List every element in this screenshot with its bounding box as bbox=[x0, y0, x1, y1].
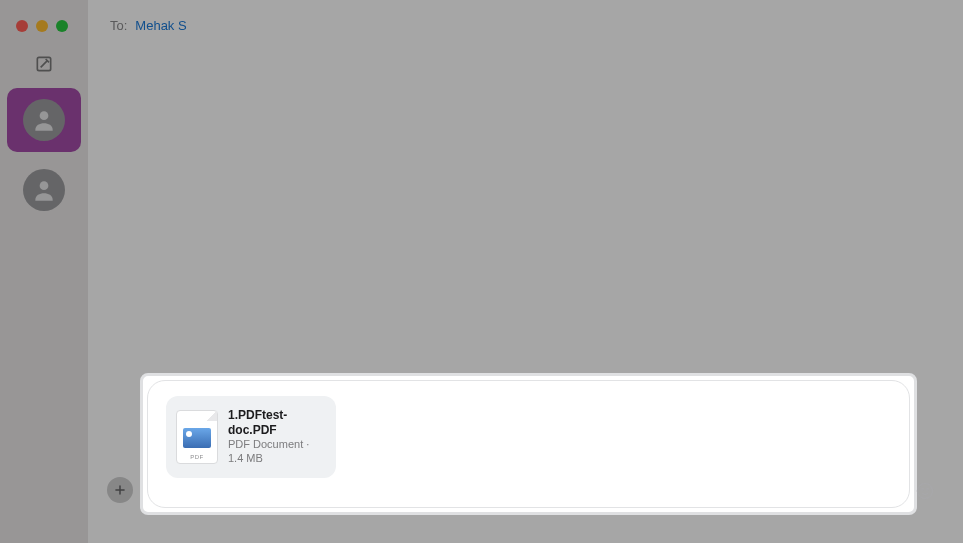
file-ext-label: PDF bbox=[190, 454, 204, 460]
recipient-name[interactable]: Mehak S bbox=[135, 18, 186, 33]
attachment-chip[interactable]: PDF 1.PDFtest-doc.PDF PDF Document · 1.4… bbox=[166, 396, 336, 478]
svg-point-5 bbox=[927, 489, 928, 490]
add-attachment-button[interactable] bbox=[107, 477, 133, 503]
attachment-filename: 1.PDFtest-doc.PDF bbox=[228, 408, 324, 438]
svg-point-1 bbox=[40, 111, 49, 120]
window-controls bbox=[16, 0, 68, 46]
svg-point-3 bbox=[918, 484, 933, 499]
compose-area[interactable]: PDF 1.PDFtest-doc.PDF PDF Document · 1.4… bbox=[140, 373, 917, 515]
close-window-button[interactable] bbox=[16, 20, 28, 32]
attachment-meta: 1.PDFtest-doc.PDF PDF Document · 1.4 MB bbox=[228, 408, 324, 466]
conversation-selected[interactable] bbox=[7, 88, 81, 152]
avatar bbox=[23, 169, 65, 211]
to-label: To: bbox=[110, 18, 127, 33]
svg-point-4 bbox=[922, 489, 923, 490]
zoom-window-button[interactable] bbox=[56, 20, 68, 32]
message-input[interactable]: PDF 1.PDFtest-doc.PDF PDF Document · 1.4… bbox=[147, 380, 910, 508]
emoji-picker-button[interactable] bbox=[913, 479, 937, 503]
to-field[interactable]: To: Mehak S bbox=[88, 0, 963, 33]
messages-window: To: Mehak S PDF 1.PDFtest-doc.PDF PDF Do… bbox=[0, 0, 963, 543]
attachment-details: PDF Document · 1.4 MB bbox=[228, 438, 324, 466]
pdf-file-icon: PDF bbox=[176, 410, 218, 464]
sidebar bbox=[0, 0, 88, 543]
compose-icon[interactable] bbox=[34, 54, 54, 74]
avatar bbox=[23, 99, 65, 141]
minimize-window-button[interactable] bbox=[36, 20, 48, 32]
svg-point-2 bbox=[40, 181, 49, 190]
conversation-item[interactable] bbox=[7, 162, 81, 218]
bottom-bar-bg bbox=[88, 523, 963, 543]
